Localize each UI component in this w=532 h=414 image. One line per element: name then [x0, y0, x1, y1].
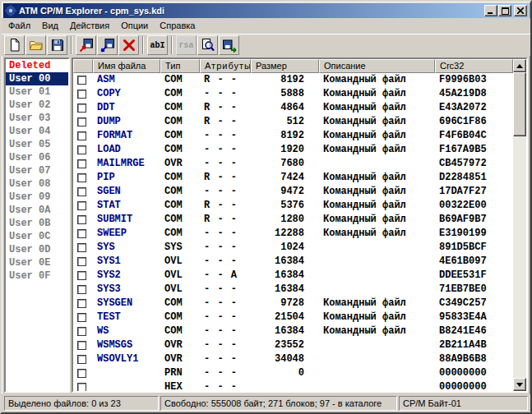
- rename-icon: abI: [150, 41, 164, 50]
- column-header-name[interactable]: Имя файла: [93, 59, 160, 73]
- file-row[interactable]: SYS3OVL- - -1638471EB7BE0: [73, 283, 513, 297]
- file-checkbox[interactable]: [77, 117, 86, 126]
- file-checkbox[interactable]: [77, 243, 86, 252]
- column-header-crc[interactable]: Crc32: [435, 59, 513, 73]
- file-table-body: ASMCOMR - -8192Командный файлF9996B03COP…: [73, 73, 513, 391]
- user-list-item-user-0a[interactable]: User 0A: [6, 204, 68, 217]
- add-files-button[interactable]: [76, 35, 96, 55]
- file-checkbox[interactable]: [77, 201, 86, 210]
- user-list-item-user-07[interactable]: User 07: [6, 164, 68, 177]
- file-row[interactable]: ASMCOMR - -8192Командный файлF9996B03: [73, 73, 513, 87]
- user-list-item-user-01[interactable]: User 01: [6, 85, 68, 99]
- user-list-item-user-08[interactable]: User 08: [6, 177, 68, 191]
- scrollbar-track[interactable]: [513, 72, 526, 378]
- user-list-item-user-06[interactable]: User 06: [6, 151, 68, 164]
- file-row[interactable]: SYSGENCOM- - -9728Командный файлC349C257: [73, 297, 513, 310]
- menu-help[interactable]: Справка: [154, 18, 201, 34]
- file-checkbox[interactable]: [77, 173, 86, 182]
- scroll-up-button[interactable]: [513, 59, 526, 72]
- rename-button[interactable]: abI: [147, 35, 168, 55]
- file-row[interactable]: SUBMITCOMR - -1280Командный файлB69AF9B7: [73, 213, 513, 227]
- file-desc: [319, 380, 435, 391]
- file-checkbox-cell: [73, 87, 93, 101]
- file-name: SYSGEN: [93, 297, 160, 310]
- file-checkbox[interactable]: [77, 383, 86, 391]
- file-size: 1920: [251, 143, 319, 157]
- user-list-item-user-02[interactable]: User 02: [6, 99, 68, 112]
- file-row[interactable]: DDTCOMR - -4864Командный файлE43A2072: [73, 101, 513, 115]
- file-row[interactable]: DUMPCOMR - -512Командный файл696C1F86: [73, 115, 513, 129]
- file-checkbox[interactable]: [77, 355, 86, 364]
- column-header-type[interactable]: Тип: [160, 59, 200, 73]
- file-checkbox[interactable]: [77, 215, 86, 224]
- scroll-down-button[interactable]: [513, 378, 526, 391]
- user-list-item-user-0d[interactable]: User 0D: [6, 243, 68, 256]
- minimize-button[interactable]: [484, 5, 497, 16]
- file-row[interactable]: SYSSYS- - -1024891D5BCF: [73, 241, 513, 255]
- file-row[interactable]: SYS2OVL- - A16384DDEE531F: [73, 269, 513, 283]
- user-list-item-user-03[interactable]: User 03: [6, 112, 68, 125]
- file-checkbox[interactable]: [77, 271, 86, 280]
- delete-files-button[interactable]: [118, 35, 139, 55]
- user-list-item-user-0b[interactable]: User 0B: [6, 217, 68, 230]
- write-image-button[interactable]: [219, 35, 239, 55]
- column-header-check[interactable]: [73, 59, 93, 73]
- title-bar[interactable]: ATM CP/M Explorer - cpm_sys.kdi: [3, 3, 529, 18]
- file-row[interactable]: TESTCOM- - -21504Командный файл95833E4A: [73, 310, 513, 324]
- close-button[interactable]: [514, 5, 527, 16]
- file-checkbox[interactable]: [77, 76, 86, 85]
- preview-button[interactable]: [197, 35, 218, 55]
- file-row[interactable]: SYS1OVL- - -163844E61B097: [73, 255, 513, 269]
- file-row[interactable]: FORMATCOM- - -8192Командный файлF4F6B04C: [73, 129, 513, 143]
- user-list-item-user-00[interactable]: User 00: [6, 72, 68, 85]
- file-checkbox[interactable]: [77, 313, 86, 322]
- user-list-item-user-0c[interactable]: User 0C: [6, 230, 68, 243]
- vertical-scrollbar[interactable]: [513, 59, 526, 391]
- file-checkbox[interactable]: [77, 327, 86, 336]
- column-header-attrs[interactable]: Атрибуты: [200, 59, 251, 73]
- file-checkbox[interactable]: [77, 229, 86, 238]
- file-checkbox[interactable]: [77, 145, 86, 154]
- menu-file[interactable]: Файл: [2, 18, 36, 34]
- file-row[interactable]: STATCOMR - -5376Командный файл00322E00: [73, 199, 513, 213]
- file-checkbox[interactable]: [77, 187, 86, 196]
- menu-actions[interactable]: Действия: [64, 18, 115, 34]
- user-list-item-user-04[interactable]: User 04: [6, 125, 68, 138]
- file-row[interactable]: COPYCOM- - -5888Командный файл45A219D8: [73, 87, 513, 101]
- save-button[interactable]: [47, 35, 67, 55]
- file-checkbox[interactable]: [77, 159, 86, 168]
- user-list-item-user-0f[interactable]: User 0F: [6, 269, 68, 283]
- user-list-item-user-0e[interactable]: User 0E: [6, 256, 68, 269]
- open-folder-button[interactable]: [25, 35, 46, 55]
- scrollbar-thumb[interactable]: [513, 72, 526, 136]
- file-checkbox[interactable]: [77, 285, 86, 294]
- file-row[interactable]: SWEEPCOM- - -12288Командный файлE3190199: [73, 227, 513, 241]
- file-row[interactable]: MAILMRGEOVR- - -7680CB457972: [73, 157, 513, 171]
- file-row[interactable]: HEX- - -00000000: [73, 380, 513, 391]
- file-row[interactable]: PIPCOMR - -7424Командный файлD2284851: [73, 171, 513, 185]
- file-checkbox[interactable]: [77, 104, 86, 113]
- file-checkbox[interactable]: [77, 369, 86, 378]
- file-checkbox[interactable]: [77, 299, 86, 308]
- menu-view[interactable]: Вид: [36, 18, 64, 34]
- user-list-item-user-09[interactable]: User 09: [6, 191, 68, 204]
- file-checkbox[interactable]: [77, 90, 86, 99]
- file-checkbox[interactable]: [77, 257, 86, 266]
- file-row[interactable]: WSCOM- - -16384Командный файлB8241E46: [73, 324, 513, 338]
- rsa-button[interactable]: rsa: [176, 35, 197, 55]
- menu-options[interactable]: Опции: [115, 18, 154, 34]
- user-list-item-deleted[interactable]: Deleted: [6, 59, 68, 72]
- file-checkbox[interactable]: [77, 131, 86, 140]
- maximize-button[interactable]: [498, 5, 511, 16]
- column-header-size[interactable]: Размер: [251, 59, 319, 73]
- file-checkbox[interactable]: [77, 341, 86, 350]
- file-row[interactable]: WSOVLY1OVR- - -3404888A9B6B8: [73, 352, 513, 366]
- file-row[interactable]: SGENCOM- - -9472Командный файл17DA7F27: [73, 185, 513, 199]
- column-header-desc[interactable]: Описание: [319, 59, 435, 73]
- new-document-button[interactable]: [4, 35, 25, 55]
- user-list-item-user-05[interactable]: User 05: [6, 138, 68, 151]
- extract-files-button[interactable]: [97, 35, 118, 55]
- file-row[interactable]: WSMSGSOVR- - -235522B211A4B: [73, 338, 513, 352]
- file-row[interactable]: PRN- - -000000000: [73, 366, 513, 380]
- file-row[interactable]: LOADCOM- - -1920Командный файлF167A9B5: [73, 143, 513, 157]
